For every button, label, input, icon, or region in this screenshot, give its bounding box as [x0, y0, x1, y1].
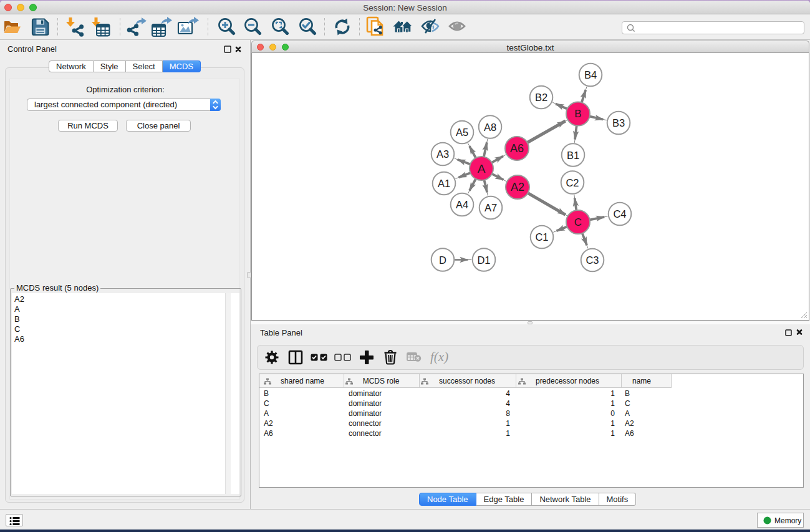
svg-text:A5: A5 — [456, 127, 468, 138]
svg-text:C4: C4 — [613, 208, 626, 220]
svg-text:A3: A3 — [436, 148, 449, 160]
svg-text:C: C — [574, 216, 582, 228]
svg-text:C3: C3 — [586, 254, 599, 266]
svg-text:B1: B1 — [567, 150, 579, 161]
svg-text:D: D — [439, 254, 446, 266]
svg-text:B4: B4 — [584, 69, 597, 80]
svg-text:B2: B2 — [535, 92, 547, 103]
svg-text:B: B — [574, 108, 581, 120]
svg-text:A4: A4 — [456, 199, 468, 210]
svg-text:C1: C1 — [535, 231, 548, 243]
svg-text:A: A — [478, 162, 486, 175]
svg-text:B3: B3 — [612, 117, 625, 128]
svg-text:A7: A7 — [485, 202, 497, 213]
svg-text:C2: C2 — [566, 177, 579, 188]
svg-text:A6: A6 — [510, 142, 524, 155]
svg-text:A8: A8 — [484, 122, 496, 133]
svg-text:D1: D1 — [477, 254, 490, 266]
svg-text:A2: A2 — [511, 181, 524, 193]
svg-text:A1: A1 — [438, 178, 450, 189]
